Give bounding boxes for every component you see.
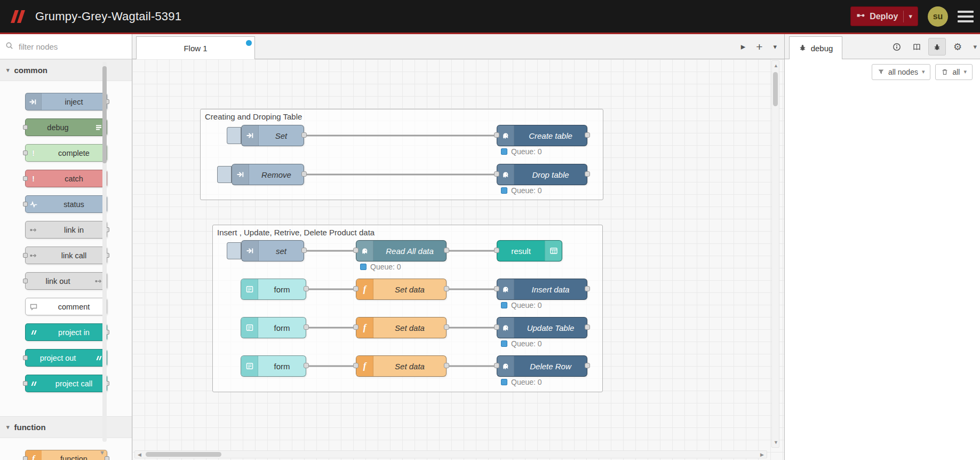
palette-node-label: link call <box>42 247 107 264</box>
scroll-down-icon[interactable]: ▼ <box>774 440 778 445</box>
palette-node-project-call[interactable]: project call <box>25 375 107 392</box>
flow-node-sd1[interactable]: fSet data <box>356 279 447 300</box>
palette-node-inject[interactable]: inject <box>25 93 107 110</box>
palette-node-debug[interactable]: debug <box>25 118 107 136</box>
palette-category-common[interactable]: ▾common <box>0 59 132 81</box>
deploy-options-caret-icon[interactable]: ▾ <box>909 12 912 20</box>
chevron-down-icon: ▾ <box>6 67 10 74</box>
out-port[interactable] <box>585 324 590 330</box>
palette-node-project-in[interactable]: project in <box>25 323 107 341</box>
canvas-horizontal-scrollbar[interactable]: ◀ ▶ <box>134 450 767 458</box>
palette-category-function[interactable]: ▾function <box>0 416 132 438</box>
in-port <box>23 456 28 460</box>
inject-trigger-button[interactable] <box>217 166 232 183</box>
in-port[interactable] <box>494 286 499 291</box>
palette-node-link-in[interactable]: link in <box>25 221 107 239</box>
sidebar-menu-caret-icon[interactable]: ▾ <box>973 43 977 51</box>
tab-scroll-right-icon[interactable]: ▸ <box>741 41 746 52</box>
in-port[interactable] <box>353 248 358 253</box>
flow-list-caret-icon[interactable]: ▾ <box>773 43 777 51</box>
flow-node-insert[interactable]: Insert data <box>497 279 587 300</box>
palette-node-status[interactable]: status <box>25 195 107 213</box>
flow-node-set2[interactable]: set <box>241 240 304 261</box>
inject-trigger-button[interactable] <box>227 242 241 259</box>
palette-scroll-down-icon[interactable]: ▼ <box>99 449 105 456</box>
scroll-right-icon[interactable]: ▶ <box>760 452 764 457</box>
tab-debug[interactable]: debug <box>789 36 842 59</box>
out-port[interactable] <box>304 324 309 330</box>
out-port[interactable] <box>585 286 590 291</box>
in-port[interactable] <box>494 363 499 368</box>
config-nodes-tab-button[interactable]: ⚙ <box>949 38 966 55</box>
inject-trigger-button[interactable] <box>227 127 241 144</box>
palette-node-function[interactable]: ffunction <box>25 450 107 460</box>
out-port[interactable] <box>301 171 307 177</box>
flow-node-delete[interactable]: Delete Row <box>497 355 587 377</box>
out-port[interactable] <box>301 248 307 253</box>
flow-node-set1[interactable]: Set <box>241 125 304 146</box>
flow-node-drop[interactable]: Drop table <box>497 164 587 185</box>
sidebar-tabbar: debug ⚙ ▾ <box>785 34 980 59</box>
tab-flow1[interactable]: Flow 1 <box>136 36 255 59</box>
in-port[interactable] <box>494 324 499 330</box>
palette-node-catch[interactable]: !catch <box>25 170 107 187</box>
palette-node-link-out[interactable]: link out <box>25 272 107 290</box>
palette-node-project-out[interactable]: project out <box>25 349 107 367</box>
palette-node-comment[interactable]: comment <box>25 298 107 315</box>
out-port[interactable] <box>444 363 449 368</box>
flow-group[interactable]: Creating and Droping Table <box>200 109 603 200</box>
out-port[interactable] <box>301 132 307 138</box>
flow-node-form1[interactable]: form <box>241 279 306 300</box>
out-port[interactable] <box>304 286 309 291</box>
flow-node-remove[interactable]: Remove <box>232 164 304 185</box>
debug-tab-button[interactable] <box>928 38 946 55</box>
inject-arrow-icon <box>242 241 259 261</box>
in-port[interactable] <box>353 363 358 368</box>
in-port[interactable] <box>494 171 499 177</box>
out-port[interactable] <box>444 248 449 253</box>
palette-node-label: complete <box>42 145 107 161</box>
flow-node-update[interactable]: Update Table <box>497 317 587 338</box>
palette-filter-input[interactable] <box>18 42 126 52</box>
palette-scrollbar[interactable] <box>102 62 107 442</box>
hamburger-menu-button[interactable] <box>958 11 974 22</box>
flow-node-form2[interactable]: form <box>241 317 306 338</box>
flow-node-create[interactable]: Create table <box>497 125 587 146</box>
add-flow-button[interactable]: + <box>756 41 762 53</box>
palette-node-link-call[interactable]: link call <box>25 247 107 264</box>
vertical-scrollbar-thumb[interactable] <box>773 72 778 106</box>
debug-filter-button[interactable]: all nodes ▾ <box>872 64 931 80</box>
flow-node-form3[interactable]: form <box>241 355 306 377</box>
out-port[interactable] <box>304 363 309 368</box>
inject-arrow-icon <box>242 125 259 146</box>
flow-canvas[interactable]: ▲ ▼ ◀ ▶ Creating and Droping TableInsert… <box>132 59 784 460</box>
node-label: result <box>497 241 545 261</box>
out-port[interactable] <box>585 171 590 177</box>
out-port[interactable] <box>585 132 590 138</box>
in-port[interactable] <box>353 324 358 330</box>
debug-clear-button[interactable]: all ▾ <box>935 64 973 80</box>
scroll-left-icon[interactable]: ◀ <box>138 452 141 457</box>
help-tab-button[interactable] <box>908 38 926 55</box>
user-avatar[interactable]: su <box>928 6 948 27</box>
flow-node-read[interactable]: Read All data <box>356 240 447 261</box>
palette-node-label: debug <box>26 119 91 136</box>
palette-node-complete[interactable]: !complete <box>25 144 107 162</box>
flow-node-result[interactable]: result <box>497 240 562 261</box>
horizontal-scrollbar-thumb[interactable] <box>146 452 221 457</box>
in-port[interactable] <box>494 132 499 138</box>
in-port[interactable] <box>494 248 499 253</box>
out-port[interactable] <box>585 363 590 368</box>
info-tab-button[interactable] <box>888 38 905 55</box>
palette-scrollbar-thumb[interactable] <box>102 66 107 163</box>
canvas-vertical-scrollbar[interactable]: ▲ ▼ <box>771 60 779 448</box>
scroll-up-icon[interactable]: ▲ <box>774 63 778 68</box>
node-label: Set data <box>373 356 446 376</box>
node-label: Remove <box>249 164 304 185</box>
flow-node-sd2[interactable]: fSet data <box>356 317 447 338</box>
deploy-button[interactable]: Deploy ▾ <box>850 6 918 26</box>
out-port[interactable] <box>444 324 449 330</box>
out-port[interactable] <box>444 286 449 291</box>
in-port[interactable] <box>353 286 358 291</box>
flow-node-sd3[interactable]: fSet data <box>356 355 447 377</box>
